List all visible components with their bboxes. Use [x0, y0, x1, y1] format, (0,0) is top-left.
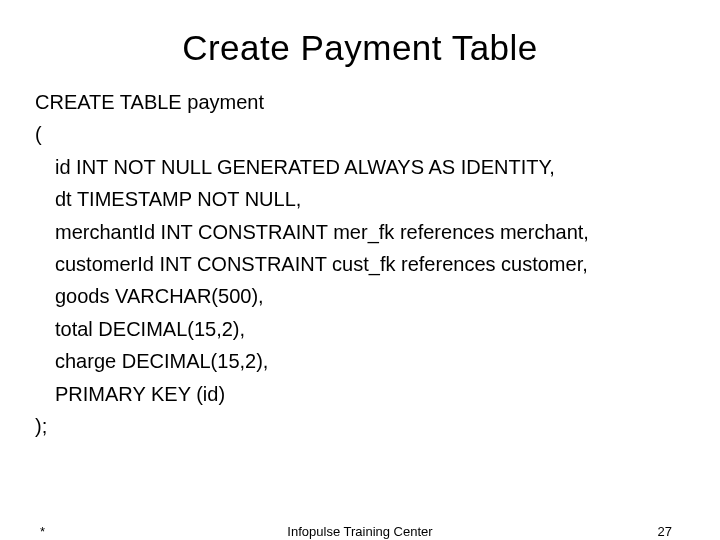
slide-title: Create Payment Table	[0, 0, 720, 86]
code-line: id INT NOT NULL GENERATED ALWAYS AS IDEN…	[35, 151, 685, 183]
code-line: merchantId INT CONSTRAINT mer_fk referen…	[35, 216, 685, 248]
footer-org: Infopulse Training Center	[0, 524, 720, 539]
code-line: total DECIMAL(15,2),	[35, 313, 685, 345]
code-line: );	[35, 410, 685, 442]
code-line: goods VARCHAR(500),	[35, 280, 685, 312]
sql-code-block: CREATE TABLE payment ( id INT NOT NULL G…	[0, 86, 720, 442]
code-line: CREATE TABLE payment	[35, 86, 685, 118]
code-line: customerId INT CONSTRAINT cust_fk refere…	[35, 248, 685, 280]
code-line: dt TIMESTAMP NOT NULL,	[35, 183, 685, 215]
slide-number: 27	[658, 524, 672, 539]
code-line: charge DECIMAL(15,2),	[35, 345, 685, 377]
code-line: (	[35, 118, 685, 150]
code-line: PRIMARY KEY (id)	[35, 378, 685, 410]
